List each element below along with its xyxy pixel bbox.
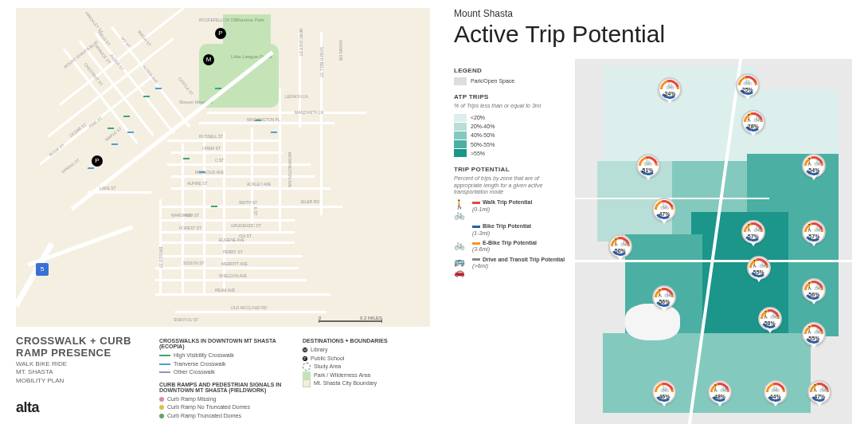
atp-pin: 🚶🚲 28% xyxy=(741,110,767,135)
left-legend: CROSSWALK + CURB RAMP PRESENCE WALK BIKE… xyxy=(16,335,430,420)
atp-subtitle: Mount Shasta xyxy=(454,8,852,19)
atp-pin: 🚲 47% xyxy=(652,198,678,223)
tp-mode-row: 🚲E-Bike Trip Potential(3-6mi) xyxy=(454,240,565,253)
highway-shield: 5 xyxy=(36,263,49,276)
atp-pin: 🚶🚲 48% xyxy=(708,380,733,406)
tp-mode-row: 🚌🚗Drive and Transit Trip Potential(>6mi) xyxy=(454,257,565,277)
school-marker: P xyxy=(92,155,103,167)
map-title: CROSSWALK + CURB RAMP PRESENCE xyxy=(16,335,143,359)
legend-row: Curb Ramp No Truncated Domes xyxy=(159,403,287,412)
tp-mode-row: 🚶🚲Walk Trip Potential(0-1mi) xyxy=(454,199,565,220)
atp-map: 🚲 24% 🚲 25% 🚶🚲 28% 🚲 51% 🚶🚲 54% 🚲 47% 🚶🚲… xyxy=(575,59,852,424)
atp-pin: 🚶🚲 56% xyxy=(652,285,678,311)
legend-row: Tranverse Crosswalk xyxy=(159,360,287,369)
atp-pin: 🚲 46% xyxy=(652,380,678,406)
atp-bin-row: 40%-50% xyxy=(454,131,565,139)
legend-row: Curb Ramp Truncated Domes xyxy=(159,412,287,421)
atp-pin: 🚶🚲 54% xyxy=(802,154,827,179)
atp-bin-row: >55% xyxy=(454,149,565,158)
atp-title: Active Trip Potential xyxy=(454,21,852,48)
atp-bin-row: <20% xyxy=(454,113,565,122)
atp-pin: 🚲 24% xyxy=(658,77,683,103)
atp-pin: 🚶🚲 58% xyxy=(758,307,784,332)
crosswalk-map: Little League Fields Shastice Park Sisso… xyxy=(16,8,430,327)
tp-mode-row: Bike Trip Potential(1-3mi) xyxy=(454,223,565,237)
atp-pin: 🚶🚲 55% xyxy=(802,322,827,348)
atp-pin: 🚶🚲 50% xyxy=(608,234,634,260)
atp-pin: 🚲 25% xyxy=(736,73,761,99)
legend-row: Curb Ramp Missing xyxy=(159,395,287,404)
library-marker: M xyxy=(203,54,214,65)
atp-pin: 🚶🚲 47% xyxy=(807,380,833,406)
atp-bin-row: 20%-40% xyxy=(454,122,565,131)
map-subtitle: WALK BIKE RIDE MT. SHASTA MOBILITY PLAN xyxy=(16,360,143,385)
park-label: Shastice Park xyxy=(235,18,264,22)
atp-legend: LEGEND Park/Open Space ATP TRIPS % of Tr… xyxy=(454,59,565,424)
alta-logo: alta xyxy=(16,399,143,416)
scale-bar: 00.2 MILES xyxy=(319,316,382,322)
left-map-panel: Little League Fields Shastice Park Sisso… xyxy=(16,8,430,424)
atp-pin: 🚶🚲 57% xyxy=(741,220,767,245)
atp-pin: 🚶🚲 56% xyxy=(802,278,827,304)
legend-row: Other Crosswalk xyxy=(159,368,287,377)
atp-pin: 🚲 44% xyxy=(764,380,789,406)
school-marker: P xyxy=(215,28,226,39)
legend-row: High Visibility Crosswalk xyxy=(159,351,287,360)
atp-pin: 🚶🚲 57% xyxy=(802,220,827,245)
atp-bin-row: 50%-55% xyxy=(454,140,565,149)
atp-pin: 🚲 51% xyxy=(636,154,662,179)
atp-pin: 🚶🚲 55% xyxy=(747,256,772,281)
right-map-panel: Mount Shasta Active Trip Potential LEGEN… xyxy=(454,8,852,424)
